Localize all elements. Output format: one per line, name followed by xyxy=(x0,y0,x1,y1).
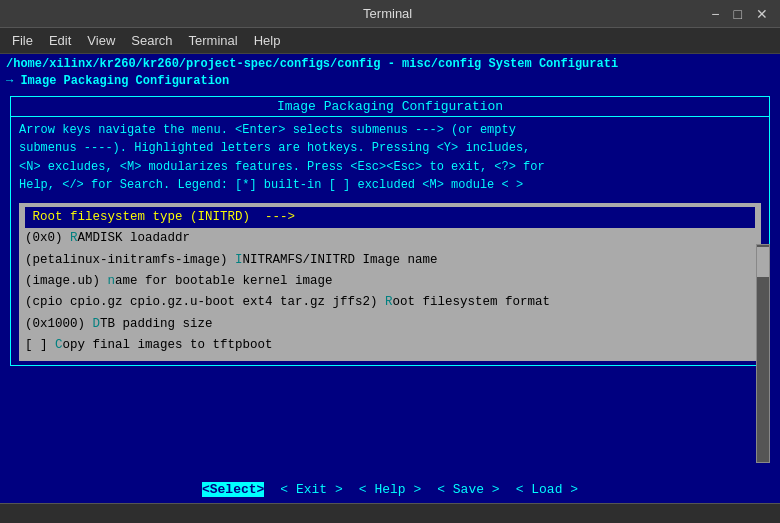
entry-text: (petalinux-initramfs-image) INITRAMFS/IN… xyxy=(25,253,438,267)
menu-bar: File Edit View Search Terminal Help xyxy=(0,28,780,54)
list-item[interactable]: (cpio cpio.gz cpio.gz.u-boot ext4 tar.gz… xyxy=(25,292,755,313)
close-button[interactable]: ✕ xyxy=(752,6,772,22)
menu-file[interactable]: File xyxy=(4,31,41,50)
terminal-body: /home/xilinx/kr260/kr260/project-spec/co… xyxy=(0,54,780,523)
entry-text: (cpio cpio.gz cpio.gz.u-boot ext4 tar.gz… xyxy=(25,295,550,309)
exit-button[interactable]: < Exit > xyxy=(280,482,342,497)
help-button[interactable]: < Help > xyxy=(359,482,421,497)
config-window: Image Packaging Configuration Arrow keys… xyxy=(10,96,770,366)
list-item[interactable]: [ ] Copy final images to tftpboot xyxy=(25,335,755,356)
menu-search[interactable]: Search xyxy=(123,31,180,50)
help-line-4: Help, </> for Search. Legend: [*] built-… xyxy=(19,176,761,195)
entry-text: [ ] Copy final images to tftpboot xyxy=(25,338,273,352)
scrollbar-thumb[interactable] xyxy=(757,247,769,277)
load-button[interactable]: < Load > xyxy=(516,482,578,497)
menu-view[interactable]: View xyxy=(79,31,123,50)
menu-help[interactable]: Help xyxy=(246,31,289,50)
save-button[interactable]: < Save > xyxy=(437,482,499,497)
path-bar: /home/xilinx/kr260/kr260/project-spec/co… xyxy=(0,54,780,92)
help-text: Arrow keys navigate the menu. <Enter> se… xyxy=(11,117,769,199)
list-item[interactable]: (0x1000) DTB padding size xyxy=(25,314,755,335)
list-item[interactable]: Root filesystem type (INITRD) ---> xyxy=(25,207,755,228)
window-title: Terminal xyxy=(68,6,707,21)
entry-text: (0x0) RAMDISK loadaddr xyxy=(25,231,190,245)
menu-terminal[interactable]: Terminal xyxy=(181,31,246,50)
help-line-3: <N> excludes, <M> modularizes features. … xyxy=(19,158,761,177)
entry-text: (image.ub) name for bootable kernel imag… xyxy=(25,274,333,288)
maximize-button[interactable]: □ xyxy=(730,6,746,22)
help-line-1: Arrow keys navigate the menu. <Enter> se… xyxy=(19,121,761,140)
title-bar: Terminal − □ ✕ xyxy=(0,0,780,28)
list-item[interactable]: (image.ub) name for bootable kernel imag… xyxy=(25,271,755,292)
status-bar xyxy=(0,503,780,523)
list-item[interactable]: (0x0) RAMDISK loadaddr xyxy=(25,228,755,249)
path-line1: /home/xilinx/kr260/kr260/project-spec/co… xyxy=(6,56,774,73)
menu-list: Root filesystem type (INITRD) ---> (0x0)… xyxy=(19,203,761,361)
config-window-title: Image Packaging Configuration xyxy=(11,97,769,117)
menu-edit[interactable]: Edit xyxy=(41,31,79,50)
path-line2: → Image Packaging Configuration xyxy=(6,73,774,90)
entry-text: Root filesystem type (INITRD) ---> xyxy=(25,210,295,224)
list-item[interactable]: (petalinux-initramfs-image) INITRAMFS/IN… xyxy=(25,250,755,271)
entry-text: (0x1000) DTB padding size xyxy=(25,317,213,331)
minimize-button[interactable]: − xyxy=(707,6,723,22)
scrollbar[interactable] xyxy=(756,244,770,463)
select-button[interactable]: <Select> xyxy=(202,482,264,497)
title-controls: − □ ✕ xyxy=(707,6,772,22)
button-bar: <Select> < Exit > < Help > < Save > < Lo… xyxy=(0,476,780,503)
help-line-2: submenus ----). Highlighted letters are … xyxy=(19,139,761,158)
